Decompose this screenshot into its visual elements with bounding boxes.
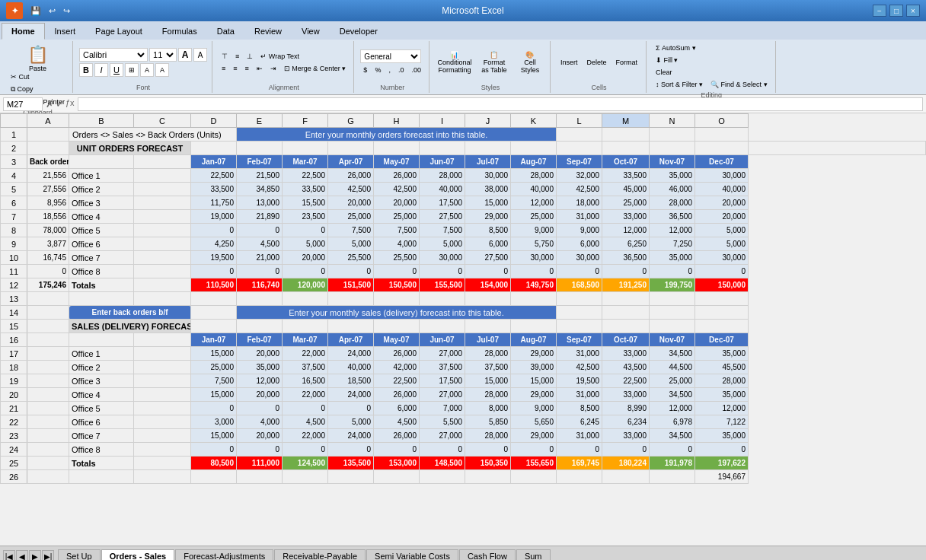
- r19-F[interactable]: 16,500: [283, 374, 328, 388]
- r18-D[interactable]: 25,000: [191, 361, 237, 374]
- r5-L[interactable]: 42,500: [557, 183, 602, 196]
- r6-B[interactable]: Office 3: [69, 196, 134, 210]
- r10-B[interactable]: Office 7: [69, 251, 134, 265]
- r17-G[interactable]: 24,000: [328, 347, 374, 361]
- r18-C[interactable]: [134, 361, 191, 374]
- r26-M[interactable]: [602, 470, 650, 484]
- r4-A[interactable]: 21,556: [27, 169, 69, 183]
- dec-dec-btn[interactable]: .00: [408, 65, 424, 75]
- r11-I[interactable]: 0: [420, 265, 465, 278]
- r20-J[interactable]: 28,000: [465, 388, 511, 402]
- percent-btn[interactable]: %: [372, 65, 384, 75]
- r7-I[interactable]: 27,500: [420, 210, 465, 224]
- r18-O[interactable]: 45,500: [695, 361, 749, 374]
- r5-H[interactable]: 42,500: [374, 183, 420, 196]
- r8-N[interactable]: 12,000: [650, 224, 695, 237]
- r19-E[interactable]: 12,000: [237, 374, 283, 388]
- r15-N[interactable]: [650, 320, 695, 333]
- r24-M[interactable]: 0: [602, 443, 650, 457]
- r22-A[interactable]: [27, 415, 69, 429]
- r4-B[interactable]: Office 1: [69, 169, 134, 183]
- r11-C[interactable]: [134, 265, 191, 278]
- sort-filter-btn[interactable]: ↕ Sort & Filter ▾: [653, 79, 706, 90]
- r9-G[interactable]: 5,000: [328, 237, 374, 251]
- r22-J[interactable]: 5,850: [465, 415, 511, 429]
- r2-E[interactable]: [283, 142, 328, 155]
- r6-H[interactable]: 20,000: [374, 196, 420, 210]
- r1-A[interactable]: [27, 128, 69, 142]
- r22-E[interactable]: 4,000: [237, 415, 283, 429]
- tab-home[interactable]: Home: [2, 23, 45, 40]
- r19-J[interactable]: 15,000: [465, 374, 511, 388]
- r16-B[interactable]: [69, 333, 134, 347]
- copy-btn[interactable]: ⧉ Copy: [8, 84, 37, 95]
- cancel-formula-icon[interactable]: ✗: [46, 98, 54, 110]
- minimize-btn[interactable]: −: [873, 5, 886, 17]
- r7-H[interactable]: 25,000: [374, 210, 420, 224]
- r26-C[interactable]: [134, 470, 191, 484]
- insert-cells-btn[interactable]: Insert: [557, 56, 582, 68]
- cell-styles-btn[interactable]: 🎨CellStyles: [515, 49, 545, 76]
- r11-F[interactable]: 0: [283, 265, 328, 278]
- tab-prev-btn[interactable]: ◀: [16, 550, 28, 560]
- r6-J[interactable]: 15,000: [465, 196, 511, 210]
- r10-J[interactable]: 27,500: [465, 251, 511, 265]
- r23-A[interactable]: [27, 429, 69, 443]
- r4-O[interactable]: 30,000: [695, 169, 749, 183]
- r17-B[interactable]: Office 1: [69, 347, 134, 361]
- r4-N[interactable]: 35,000: [650, 169, 695, 183]
- r19-D[interactable]: 7,500: [191, 374, 237, 388]
- r13-B[interactable]: [69, 292, 134, 306]
- right-align-btn[interactable]: ≡: [242, 63, 252, 74]
- r1-O[interactable]: [695, 128, 749, 142]
- r5-N[interactable]: 46,000: [650, 183, 695, 196]
- maximize-btn[interactable]: □: [889, 5, 903, 17]
- r15-G[interactable]: [328, 320, 374, 333]
- r2-G[interactable]: [374, 142, 420, 155]
- r20-M[interactable]: 33,000: [602, 388, 650, 402]
- r10-N[interactable]: 35,000: [650, 251, 695, 265]
- r18-F[interactable]: 37,500: [283, 361, 328, 374]
- tab-data[interactable]: Data: [207, 23, 244, 40]
- r26-N[interactable]: [650, 470, 695, 484]
- r25-A[interactable]: [27, 457, 69, 470]
- confirm-formula-icon[interactable]: ✓: [56, 98, 64, 110]
- fill-btn[interactable]: ⬇ Fill ▾: [653, 55, 771, 65]
- r7-L[interactable]: 31,000: [557, 210, 602, 224]
- r7-A[interactable]: 18,556: [27, 210, 69, 224]
- border-btn[interactable]: ⊞: [125, 63, 139, 77]
- r24-L[interactable]: 0: [557, 443, 602, 457]
- currency-btn[interactable]: $: [360, 65, 370, 75]
- r17-M[interactable]: 33,000: [602, 347, 650, 361]
- cut-btn[interactable]: ✂ Cut: [8, 72, 33, 82]
- r11-H[interactable]: 0: [374, 265, 420, 278]
- r10-L[interactable]: 30,000: [557, 251, 602, 265]
- r19-A[interactable]: [27, 374, 69, 388]
- r12-B[interactable]: Totals: [69, 278, 134, 292]
- r9-M[interactable]: 6,250: [602, 237, 650, 251]
- col-header-F[interactable]: F: [283, 114, 328, 128]
- r5-J[interactable]: 38,000: [465, 183, 511, 196]
- r13-E[interactable]: [237, 292, 283, 306]
- r22-I[interactable]: 5,500: [420, 415, 465, 429]
- r24-O[interactable]: 0: [695, 443, 749, 457]
- col-header-D[interactable]: D: [191, 114, 237, 128]
- r15-D[interactable]: [191, 320, 237, 333]
- col-header-K[interactable]: K: [511, 114, 557, 128]
- r22-F[interactable]: 4,500: [283, 415, 328, 429]
- r8-G[interactable]: 7,500: [328, 224, 374, 237]
- r7-D[interactable]: 19,000: [191, 210, 237, 224]
- r21-L[interactable]: 8,500: [557, 402, 602, 415]
- format-cells-btn[interactable]: Format: [611, 56, 641, 68]
- r8-O[interactable]: 5,000: [695, 224, 749, 237]
- r4-E[interactable]: 21,500: [237, 169, 283, 183]
- r21-H[interactable]: 6,000: [374, 402, 420, 415]
- r1-M[interactable]: [602, 128, 650, 142]
- r24-D[interactable]: 0: [191, 443, 237, 457]
- r21-E[interactable]: 0: [237, 402, 283, 415]
- tab-insert[interactable]: Insert: [45, 23, 86, 40]
- r15-K[interactable]: [511, 320, 557, 333]
- r11-K[interactable]: 0: [511, 265, 557, 278]
- r15-E[interactable]: [237, 320, 283, 333]
- r23-K[interactable]: 29,000: [511, 429, 557, 443]
